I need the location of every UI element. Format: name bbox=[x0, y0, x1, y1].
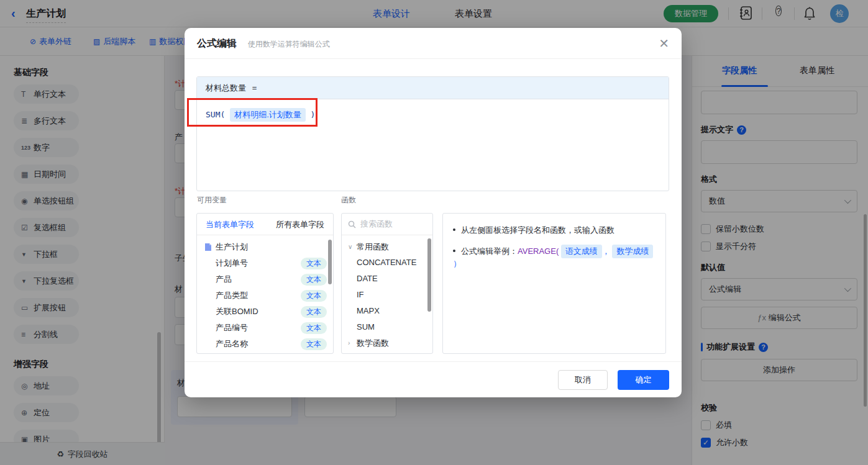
example-function-token: AVERAGE( bbox=[518, 246, 559, 256]
cancel-button[interactable]: 取消 bbox=[558, 370, 608, 390]
formula-field-chip[interactable]: 材料明细.计划数量 bbox=[230, 108, 306, 122]
type-badge: 文本 bbox=[301, 290, 327, 302]
search-icon bbox=[348, 220, 356, 228]
formula-function-token: SUM( bbox=[206, 110, 225, 119]
function-item[interactable]: DATE bbox=[348, 271, 432, 287]
formula-close-paren: ) bbox=[311, 110, 316, 119]
function-item[interactable]: IF bbox=[348, 287, 432, 303]
variables-tabs: 当前表单字段 所有表单字段 bbox=[197, 214, 333, 235]
equals-sign: = bbox=[252, 83, 257, 93]
formula-help-panel: 从左侧面板选择字段名和函数，或输入函数 公式编辑举例：AVERAGE( 语文成绩… bbox=[442, 213, 666, 354]
function-group-common[interactable]: ∨常用函数 bbox=[348, 239, 432, 255]
functions-panel: 搜索函数 ∨常用函数 CONCATENATE DATE IF MAPX SUM … bbox=[341, 213, 433, 354]
variables-scrollbar[interactable] bbox=[328, 240, 332, 284]
variables-panel: 当前表单字段 所有表单字段 生产计划 计划单号文本 产品文本 产品类型文本 关联… bbox=[196, 213, 334, 354]
help-line-2: 公式编辑举例：AVERAGE( 语文成绩， 数学成绩） bbox=[453, 245, 656, 269]
function-list: ∨常用函数 CONCATENATE DATE IF MAPX SUM ›数学函数… bbox=[342, 235, 432, 354]
caret-down-icon: ∨ bbox=[348, 243, 357, 250]
tab-all-form-fields[interactable]: 所有表单字段 bbox=[276, 219, 324, 230]
variables-tree: 生产计划 计划单号文本 产品文本 产品类型文本 关联BOMID文本 产品编号文本… bbox=[197, 235, 333, 352]
variable-row[interactable]: 产品名称文本 bbox=[204, 336, 327, 352]
function-group-text[interactable]: ›文本函数 bbox=[348, 351, 432, 354]
tree-root-form[interactable]: 生产计划 bbox=[204, 239, 327, 255]
formula-expression-input[interactable]: SUM( 材料明细.计划数量 ) bbox=[197, 99, 669, 130]
formula-target-field: 材料总数量 bbox=[206, 83, 246, 93]
caret-right-icon: › bbox=[348, 340, 357, 346]
tab-current-form-fields[interactable]: 当前表单字段 bbox=[206, 219, 254, 230]
available-variables-label: 可用变量 bbox=[197, 195, 227, 205]
type-badge: 文本 bbox=[301, 306, 327, 318]
example-field-chip: 数学成绩 bbox=[612, 245, 653, 258]
functions-scrollbar[interactable] bbox=[427, 238, 431, 312]
help-line-1: 从左侧面板选择字段名和函数，或输入函数 bbox=[453, 225, 656, 236]
function-search-box[interactable]: 搜索函数 bbox=[342, 214, 432, 235]
formula-editor-modal: 公式编辑 使用数学运算符编辑公式 ✕ 材料总数量 = SUM( 材料明细.计划数… bbox=[185, 28, 682, 397]
modal-subtitle: 使用数学运算符编辑公式 bbox=[248, 39, 330, 50]
type-badge: 文本 bbox=[301, 338, 327, 350]
bullet-icon bbox=[453, 228, 455, 231]
type-badge: 文本 bbox=[301, 258, 327, 269]
confirm-button[interactable]: 确定 bbox=[618, 370, 669, 390]
example-field-chip: 语文成绩 bbox=[561, 245, 602, 258]
document-icon bbox=[204, 243, 212, 251]
function-group-math[interactable]: ›数学函数 bbox=[348, 335, 432, 351]
modal-title: 公式编辑 bbox=[197, 37, 237, 50]
formula-editor-box: 材料总数量 = SUM( 材料明细.计划数量 ) bbox=[196, 76, 669, 191]
modal-header: 公式编辑 使用数学运算符编辑公式 ✕ bbox=[185, 28, 682, 59]
function-item[interactable]: MAPX bbox=[348, 303, 432, 319]
type-badge: 文本 bbox=[301, 274, 327, 286]
functions-label: 函数 bbox=[341, 195, 356, 205]
formula-target-row: 材料总数量 = bbox=[197, 77, 669, 99]
function-item[interactable]: SUM bbox=[348, 319, 432, 335]
search-placeholder: 搜索函数 bbox=[360, 219, 393, 230]
type-badge: 文本 bbox=[301, 322, 327, 334]
function-item[interactable]: CONCATENATE bbox=[348, 255, 432, 271]
bullet-icon bbox=[453, 250, 455, 252]
close-icon[interactable]: ✕ bbox=[659, 36, 669, 51]
variable-row[interactable]: 产品文本 bbox=[204, 271, 327, 287]
variable-row[interactable]: 产品编号文本 bbox=[204, 320, 327, 336]
variable-row[interactable]: 计划单号文本 bbox=[204, 255, 327, 271]
variable-row[interactable]: 关联BOMID文本 bbox=[204, 304, 327, 320]
modal-footer: 取消 确定 bbox=[185, 361, 682, 397]
variable-row[interactable]: 产品类型文本 bbox=[204, 287, 327, 304]
